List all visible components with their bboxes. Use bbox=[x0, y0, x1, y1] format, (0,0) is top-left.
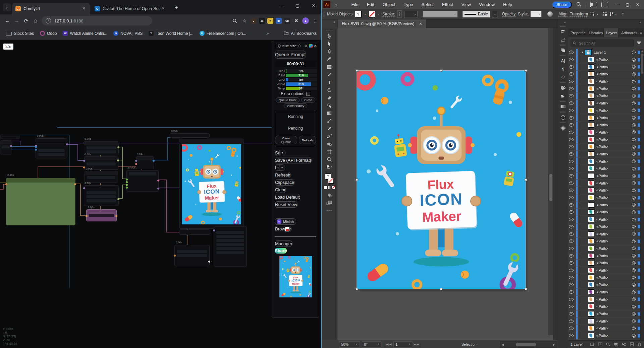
target-icon[interactable] bbox=[632, 290, 636, 294]
visibility-toggle[interactable] bbox=[568, 310, 575, 318]
target-icon[interactable] bbox=[632, 312, 636, 316]
path-label[interactable]: <Path> bbox=[596, 268, 608, 272]
graph-node-preview[interactable] bbox=[179, 139, 244, 229]
visibility-toggle[interactable] bbox=[568, 158, 575, 165]
mixlab-button[interactable]: ∞ Mixlab bbox=[275, 218, 296, 225]
path-thumbnail[interactable] bbox=[588, 159, 594, 164]
gallery-icon[interactable] bbox=[309, 44, 313, 48]
target-icon[interactable] bbox=[632, 181, 636, 185]
manager-button[interactable]: Manager bbox=[275, 240, 292, 247]
path-thumbnail[interactable] bbox=[588, 71, 594, 77]
visibility-toggle[interactable] bbox=[568, 165, 575, 172]
path-thumbnail[interactable] bbox=[588, 289, 594, 295]
close-document-icon[interactable]: ✕ bbox=[419, 22, 422, 26]
stroke-weight-select[interactable]: ▼ bbox=[404, 11, 418, 17]
path-thumbnail[interactable] bbox=[588, 238, 594, 244]
load-default-button[interactable]: Load Default bbox=[275, 194, 300, 200]
path-row[interactable]: <Path> bbox=[568, 172, 644, 180]
refresh-queue-button[interactable]: Refresh bbox=[299, 136, 316, 144]
path-row[interactable]: <Path> bbox=[568, 325, 644, 332]
path-thumbnail[interactable] bbox=[588, 268, 594, 273]
path-thumbnail[interactable] bbox=[588, 231, 594, 237]
tab-civitai[interactable]: C Civitai: The Home of Open-Sou ✕ bbox=[91, 3, 169, 14]
comfyui-canvas[interactable]: 2.29s 0.00s 0.00s 0.00s 0.00s 0.00s 0.00… bbox=[0, 40, 321, 348]
graph-node[interactable] bbox=[0, 140, 11, 154]
load-button[interactable]: Load▼ bbox=[275, 164, 285, 171]
vertical-scrollbar[interactable] bbox=[548, 28, 553, 335]
path-thumbnail[interactable] bbox=[588, 100, 594, 106]
queue-front-button[interactable]: Queue Front bbox=[276, 97, 300, 102]
visibility-toggle[interactable] bbox=[568, 151, 575, 158]
fill-stroke-indicator[interactable]: ? bbox=[325, 173, 334, 184]
graph-node[interactable] bbox=[126, 170, 159, 192]
home-icon[interactable]: ⌂ bbox=[334, 2, 337, 7]
path-row[interactable]: <Path> bbox=[568, 194, 644, 202]
visibility-toggle[interactable] bbox=[568, 325, 575, 332]
back-icon[interactable]: ← bbox=[3, 18, 12, 24]
target-icon[interactable] bbox=[632, 254, 636, 258]
path-row[interactable]: <Path> bbox=[568, 303, 644, 310]
visibility-toggle[interactable] bbox=[568, 180, 575, 187]
path-thumbnail[interactable] bbox=[588, 304, 594, 309]
browser-button[interactable]: Browser bbox=[275, 226, 291, 232]
scrollbar-thumb[interactable] bbox=[516, 343, 536, 346]
site-info-icon[interactable]: i bbox=[46, 18, 51, 23]
visibility-toggle[interactable] bbox=[568, 143, 575, 150]
graph-node[interactable] bbox=[174, 245, 210, 266]
target-icon[interactable] bbox=[632, 87, 636, 90]
path-label[interactable]: <Path> bbox=[596, 174, 608, 178]
path-row[interactable]: <Path> bbox=[568, 245, 644, 253]
path-row[interactable]: <Path> bbox=[568, 296, 644, 303]
target-icon[interactable] bbox=[632, 174, 636, 178]
text-flow-icon[interactable]: ▼ bbox=[609, 12, 617, 16]
panel-tab[interactable]: Artboards bbox=[619, 28, 638, 37]
artboard-number-select[interactable]: 1 ▼ bbox=[393, 341, 412, 347]
new-sublayer-icon[interactable] bbox=[622, 342, 626, 346]
path-row[interactable]: <Path> bbox=[568, 129, 644, 136]
zoom-level-select[interactable]: 50% ▼ bbox=[339, 341, 360, 347]
target-icon[interactable] bbox=[632, 276, 636, 279]
target-icon[interactable] bbox=[632, 123, 636, 127]
bookmark-item[interactable]: Stock Sites bbox=[6, 31, 34, 36]
path-thumbnail[interactable] bbox=[588, 115, 594, 121]
path-row[interactable]: <Path> bbox=[568, 71, 644, 78]
path-label[interactable]: <Path> bbox=[596, 297, 608, 301]
path-label[interactable]: <Path> bbox=[596, 130, 608, 134]
selection-handle[interactable] bbox=[440, 288, 442, 290]
tab-close-icon[interactable]: ✕ bbox=[81, 6, 87, 11]
target-icon[interactable] bbox=[632, 232, 636, 236]
path-row[interactable]: <Path> bbox=[568, 201, 644, 209]
workflow-result-thumbnail[interactable] bbox=[279, 256, 312, 297]
locate-object-icon[interactable] bbox=[606, 342, 610, 346]
visibility-toggle[interactable] bbox=[568, 194, 575, 201]
close-icon[interactable]: ✕ bbox=[308, 1, 319, 11]
save-api-button[interactable]: Save (API Format) bbox=[275, 157, 312, 163]
character-panel-icon[interactable]: A| bbox=[559, 57, 567, 65]
target-icon[interactable] bbox=[632, 116, 636, 120]
expand-panels-icon[interactable]: « bbox=[564, 20, 566, 24]
path-row[interactable]: <Path> bbox=[568, 92, 644, 100]
path-row[interactable]: <Path> bbox=[568, 260, 644, 267]
swap-fill-stroke-icon[interactable] bbox=[325, 163, 333, 171]
rectangle-tool[interactable] bbox=[325, 63, 333, 71]
settings-gear-icon[interactable]: ⚙ bbox=[304, 44, 308, 48]
graph-node[interactable] bbox=[214, 226, 247, 267]
artboard[interactable] bbox=[357, 71, 526, 289]
path-row[interactable]: <Path> bbox=[568, 267, 644, 274]
type-tool[interactable]: T bbox=[325, 78, 333, 86]
home-icon[interactable]: ⌂ bbox=[31, 18, 40, 24]
visibility-toggle[interactable] bbox=[568, 107, 575, 114]
pen-tool[interactable] bbox=[325, 48, 333, 55]
search-input[interactable] bbox=[578, 41, 632, 46]
visibility-toggle[interactable] bbox=[568, 230, 575, 237]
path-label[interactable]: <Path> bbox=[596, 94, 608, 98]
layers-scrollbar[interactable]: ▲ bbox=[640, 49, 644, 340]
path-row[interactable]: <Path> bbox=[568, 252, 644, 260]
path-label[interactable]: <Path> bbox=[596, 166, 608, 170]
path-thumbnail[interactable] bbox=[588, 144, 594, 149]
eyedropper-tool[interactable] bbox=[325, 125, 333, 132]
pathfinder-panel-icon[interactable] bbox=[559, 46, 567, 54]
curvature-tool[interactable] bbox=[325, 55, 333, 63]
zoom-tool[interactable] bbox=[325, 155, 333, 163]
color-mode-buttons[interactable] bbox=[324, 186, 335, 189]
